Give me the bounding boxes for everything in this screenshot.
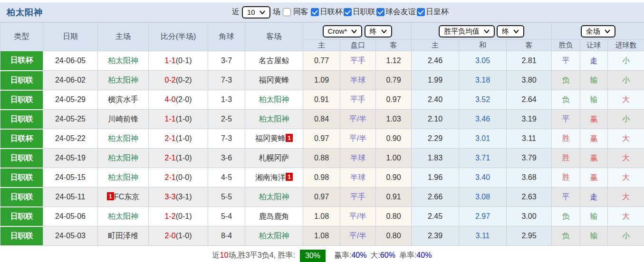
odds-cell: 0.90 bbox=[376, 168, 412, 187]
match-type-badge: 日职联 bbox=[0, 226, 43, 246]
period-select-value: 全场 bbox=[586, 27, 600, 36]
match-type-badge: 日职联 bbox=[0, 149, 43, 168]
mean-odds-cell: 3.01 bbox=[459, 129, 507, 149]
corners-cell: 1-3 bbox=[208, 90, 245, 110]
mean-stage-select[interactable]: 终 bbox=[497, 25, 524, 37]
mean-type-select[interactable]: 胜平负均值 bbox=[439, 25, 495, 37]
stat-label: 单率: bbox=[399, 251, 416, 259]
odds-group-header: Crow* 终 bbox=[303, 23, 412, 40]
table-row: 日职联24-05-03町田泽维2-0(1-0)8-4柏太阳神1.08平/半0.8… bbox=[0, 226, 644, 246]
team-cell: 柏太阳神 bbox=[98, 207, 149, 226]
result-handicap-cell: 赢 bbox=[580, 110, 608, 129]
result-goals-cell: 大 bbox=[608, 149, 644, 168]
score-cell: 4-0(2-0) bbox=[149, 90, 208, 110]
team-cell: 札幌冈萨 bbox=[245, 149, 303, 168]
match-date: 24-06-02 bbox=[43, 71, 98, 90]
odds-stage-select[interactable]: 终 bbox=[365, 25, 392, 37]
result-handicap-cell: 输 bbox=[580, 71, 608, 90]
result-wdl-cell: 胜 bbox=[552, 129, 580, 149]
fulltime-score: 2-1 bbox=[165, 173, 176, 181]
halftime-score: (1-0) bbox=[176, 154, 192, 162]
subcol-mean-away: 客 bbox=[507, 40, 552, 51]
league-label: 日皇杯 bbox=[426, 7, 449, 17]
mean-odds-cell: 1.83 bbox=[412, 149, 459, 168]
summary-record: 场,胜3平3负4, 胜率: bbox=[228, 251, 295, 259]
fulltime-score: 4-0 bbox=[165, 95, 176, 103]
match-type-badge: 日联杯 bbox=[0, 129, 43, 149]
team-cell: 鹿岛鹿角 bbox=[245, 207, 303, 226]
odds-cell: 1.08 bbox=[303, 226, 340, 246]
chevron-down-icon bbox=[484, 29, 490, 33]
result-handicap-cell: 输 bbox=[580, 90, 608, 110]
match-type-badge: 日职联 bbox=[0, 207, 43, 226]
near-label: 近 bbox=[232, 7, 240, 17]
stat-segment: 大:60% bbox=[370, 251, 395, 259]
mean-odds-cell: 3.40 bbox=[459, 168, 507, 187]
handicap-cell: 半球 bbox=[340, 168, 376, 187]
subcol-mean-home: 主 bbox=[412, 40, 459, 51]
games-label: 场 bbox=[273, 7, 280, 17]
subcol-odds-away: 客 bbox=[376, 40, 412, 51]
result-wdl-cell: 平 bbox=[552, 110, 580, 129]
result-wdl-cell: 胜 bbox=[552, 149, 580, 168]
subcol-result-goals: 进球数 bbox=[608, 40, 644, 51]
result-handicap-cell: 赢 bbox=[580, 149, 608, 168]
league-filter: 日联杯 bbox=[311, 7, 343, 17]
subcol-odds-home: 主 bbox=[303, 40, 340, 51]
result-goals-cell: 小 bbox=[608, 71, 644, 90]
result-goals-cell: 大 bbox=[608, 187, 644, 207]
team-name: 柏太阳神 bbox=[108, 56, 138, 65]
mean-stage-select-value: 终 bbox=[502, 27, 509, 36]
odds-cell: 0.80 bbox=[376, 207, 412, 226]
near-count-select[interactable]: 10 bbox=[242, 6, 270, 19]
match-date: 24-05-25 bbox=[43, 110, 98, 129]
team-name: 名古屋鲸 bbox=[259, 56, 289, 65]
score-cell: 2-1(0-0) bbox=[149, 168, 208, 187]
red-card-badge: 1 bbox=[286, 173, 293, 181]
team-cell: 1FC东京 bbox=[98, 187, 149, 207]
same-away-label: 同客 bbox=[293, 7, 308, 17]
mean-odds-cell: 2.63 bbox=[507, 187, 552, 207]
stat-segment: 单率:40% bbox=[399, 251, 432, 259]
league-checkbox[interactable] bbox=[417, 8, 425, 16]
team-cell: 柏太阳神 bbox=[98, 129, 149, 149]
team-name: 柏太阳神 bbox=[108, 76, 138, 84]
result-wdl-cell: 平 bbox=[552, 51, 580, 71]
league-filter: 球会友谊 bbox=[376, 7, 416, 17]
fulltime-score: 3-3 bbox=[165, 193, 176, 201]
col-header-corners: 角球 bbox=[208, 23, 245, 51]
league-checkbox[interactable] bbox=[344, 8, 352, 16]
stat-label: 赢率: bbox=[334, 251, 351, 259]
league-checkbox[interactable] bbox=[311, 8, 319, 16]
stat-segment: 赢率:40% bbox=[334, 251, 366, 259]
team-name: 札幌冈萨 bbox=[259, 154, 289, 162]
score-cell: 1-2(0-1) bbox=[149, 207, 208, 226]
bookmaker-select[interactable]: Crow* bbox=[323, 25, 363, 37]
result-handicap-cell: 输 bbox=[580, 226, 608, 246]
table-row: 日职联24-05-15柏太阳神2-1(0-0)4-5湘南海洋10.98半球0.9… bbox=[0, 168, 644, 187]
summary-footer: 近10场,胜3平3负4, 胜率: 30% 赢率:40%大:60%单率:40% bbox=[0, 246, 644, 262]
win-rate-badge: 30% bbox=[300, 250, 326, 262]
team-cell: 福冈黄蜂1 bbox=[245, 129, 303, 149]
corners-cell: 5-4 bbox=[208, 207, 245, 226]
red-card-badge: 1 bbox=[286, 134, 293, 142]
fulltime-score: 1-1 bbox=[165, 56, 176, 65]
league-filter: 日职联 bbox=[344, 7, 375, 17]
match-date: 24-05-19 bbox=[43, 149, 98, 168]
odds-cell: 0.97 bbox=[303, 129, 340, 149]
mean-odds-cell: 3.11 bbox=[507, 129, 552, 149]
same-away-checkbox[interactable] bbox=[283, 8, 291, 16]
match-type-badge: 日职联 bbox=[0, 168, 43, 187]
col-header-type: 类型 bbox=[0, 23, 43, 51]
league-checkbox[interactable] bbox=[376, 8, 384, 16]
table-row: 日联杯24-06-05柏太阳神1-1(0-1)3-7名古屋鲸0.77平手1.12… bbox=[0, 51, 644, 71]
corners-cell: 7-3 bbox=[208, 71, 245, 90]
mean-odds-cell: 2.39 bbox=[412, 226, 459, 246]
match-type-badge: 日联杯 bbox=[0, 51, 43, 71]
match-type-badge: 日职联 bbox=[0, 110, 43, 129]
corners-cell: 4-5 bbox=[208, 168, 245, 187]
period-select[interactable]: 全场 bbox=[581, 25, 615, 37]
fulltime-score: 2-1 bbox=[165, 134, 176, 142]
table-row: 日职联24-05-06柏太阳神1-2(0-1)5-4鹿岛鹿角1.08平/半0.8… bbox=[0, 207, 644, 226]
result-wdl-cell: 负 bbox=[552, 207, 580, 226]
